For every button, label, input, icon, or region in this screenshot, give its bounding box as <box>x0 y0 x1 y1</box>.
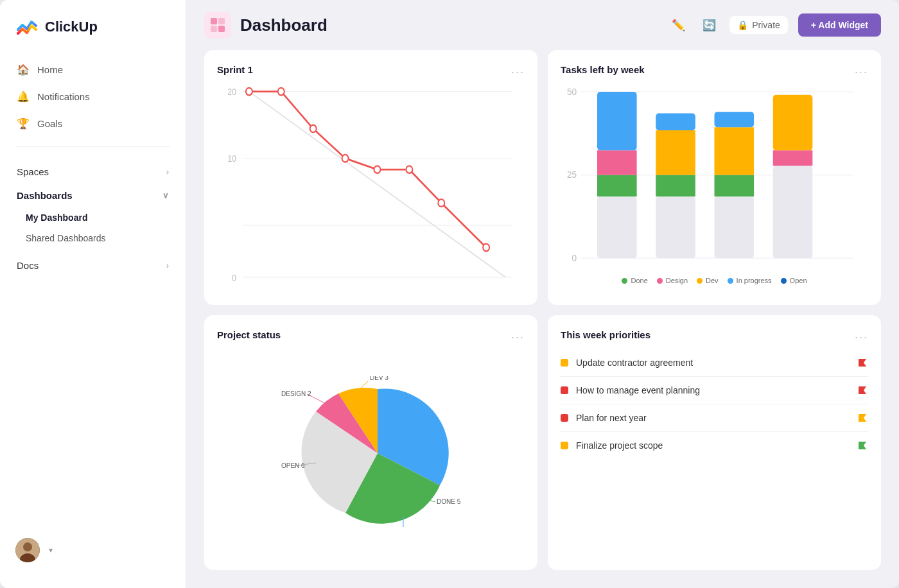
sidebar: ClickUp 🏠 Home 🔔 Notifications 🏆 Goals S… <box>0 0 186 588</box>
priorities-widget-menu[interactable]: ... <box>855 328 868 342</box>
priority-item-1[interactable]: Update contractor agreement <box>561 349 868 377</box>
priority-dot-4 <box>561 442 568 449</box>
header: Dashboard ✏️ 🔄 🔒 Private + Add Widget <box>186 0 899 50</box>
svg-rect-6 <box>218 26 225 32</box>
sidebar-item-dashboards-label: Dashboards <box>17 190 73 201</box>
svg-rect-30 <box>597 175 637 197</box>
svg-rect-4 <box>218 18 225 24</box>
legend-done: Done <box>622 277 647 284</box>
priorities-widget: This week priorities ... Update contract… <box>548 315 881 570</box>
svg-text:DONE 5: DONE 5 <box>437 498 461 505</box>
svg-rect-5 <box>211 26 217 32</box>
sidebar-divider <box>15 146 170 147</box>
legend-dev-label: Dev <box>706 277 719 284</box>
legend-design: Design <box>657 277 688 284</box>
edit-icon[interactable]: ✏️ <box>668 15 688 35</box>
tasks-widget-title: Tasks left by week <box>561 64 645 75</box>
sidebar-item-docs-label: Docs <box>17 260 39 271</box>
chevron-down-icon: ∨ <box>162 191 169 200</box>
sidebar-item-goals[interactable]: 🏆 Goals <box>8 110 178 136</box>
refresh-icon[interactable]: 🔄 <box>699 15 719 35</box>
priority-text-3: Plan for next year <box>576 413 849 423</box>
sidebar-item-dashboards[interactable]: Dashboards ∨ <box>8 184 178 207</box>
project-status-menu[interactable]: ... <box>511 328 525 342</box>
sprint-chart: 20 10 0 <box>217 84 525 292</box>
logo-text: ClickUp <box>45 19 98 35</box>
chevron-right-icon: › <box>166 167 169 177</box>
svg-text:50: 50 <box>567 86 577 96</box>
sprint-widget-title: Sprint 1 <box>217 64 253 75</box>
tasks-widget-menu[interactable]: ... <box>855 63 868 76</box>
sprint-widget: Sprint 1 ... 20 10 0 <box>204 50 537 305</box>
sidebar-item-goals-label: Goals <box>37 118 62 129</box>
user-avatar[interactable] <box>15 538 40 562</box>
svg-rect-31 <box>597 150 637 175</box>
avatar-chevron-icon: ▾ <box>49 546 53 555</box>
tasks-chart-legend: Done Design Dev In progress <box>561 277 868 284</box>
svg-text:10: 10 <box>228 154 236 164</box>
svg-text:OPEN 6: OPEN 6 <box>281 462 305 469</box>
svg-rect-41 <box>773 166 813 258</box>
dev-dot <box>697 278 703 284</box>
svg-rect-39 <box>715 127 755 175</box>
in-progress-dot <box>728 278 733 284</box>
sprint-widget-header: Sprint 1 ... <box>217 63 525 76</box>
sidebar-item-my-dashboard[interactable]: My Dashboard <box>8 207 178 228</box>
svg-rect-32 <box>597 92 637 150</box>
priority-item-4[interactable]: Finalize project scope <box>561 432 868 459</box>
priority-flag-1 <box>857 357 868 368</box>
sidebar-item-home-label: Home <box>37 64 63 75</box>
svg-rect-40 <box>715 112 755 127</box>
lock-icon: 🔒 <box>737 20 748 30</box>
svg-rect-35 <box>656 130 695 175</box>
svg-point-20 <box>406 166 412 173</box>
project-status-widget: Project status ... <box>204 315 537 570</box>
svg-point-18 <box>342 155 349 162</box>
priorities-widget-title: This week priorities <box>561 329 650 340</box>
priority-item-2[interactable]: How to manage event planning <box>561 377 868 404</box>
svg-rect-29 <box>597 196 637 258</box>
tasks-widget: Tasks left by week ... 50 25 0 <box>548 50 881 305</box>
private-label: Private <box>752 20 780 30</box>
tasks-bar-chart: 50 25 0 <box>561 84 868 269</box>
pie-chart-svg: DEV 3 DONE 5 IN PROGRESS 5 OPEN 6 DESIGN… <box>281 376 461 530</box>
svg-point-15 <box>246 88 252 96</box>
priorities-list: Update contractor agreement How to manag… <box>561 349 868 557</box>
sidebar-item-shared-dashboards[interactable]: Shared Dashboards <box>8 228 178 248</box>
priority-dot-3 <box>561 414 568 422</box>
sidebar-item-home[interactable]: 🏠 Home <box>8 56 178 82</box>
svg-rect-43 <box>773 95 813 150</box>
svg-text:20: 20 <box>228 87 236 98</box>
dashboard-grid: Sprint 1 ... 20 10 0 <box>186 50 899 588</box>
sidebar-item-spaces[interactable]: Spaces › <box>8 160 178 184</box>
priority-flag-4 <box>857 440 868 451</box>
sidebar-item-notifications[interactable]: 🔔 Notifications <box>8 83 178 109</box>
sidebar-nav: 🏠 Home 🔔 Notifications 🏆 Goals <box>0 56 186 136</box>
private-badge[interactable]: 🔒 Private <box>729 16 788 34</box>
sidebar-item-notifications-label: Notifications <box>37 91 90 102</box>
open-dot <box>781 278 787 284</box>
sprint-line-chart: 20 10 0 <box>217 84 525 292</box>
add-widget-button[interactable]: + Add Widget <box>798 13 881 37</box>
header-left: Dashboard <box>204 12 327 39</box>
priority-item-3[interactable]: Plan for next year <box>561 404 868 432</box>
svg-point-21 <box>438 199 444 207</box>
svg-text:0: 0 <box>572 253 577 263</box>
sprint-widget-menu[interactable]: ... <box>511 63 525 76</box>
trophy-icon: 🏆 <box>17 117 30 130</box>
design-dot <box>657 278 663 284</box>
svg-point-19 <box>374 166 380 173</box>
svg-rect-33 <box>656 196 695 258</box>
svg-point-17 <box>310 125 317 133</box>
sidebar-item-docs[interactable]: Docs › <box>8 254 178 277</box>
chevron-right-icon-docs: › <box>166 261 169 270</box>
svg-point-1 <box>23 542 32 551</box>
svg-rect-37 <box>715 196 755 258</box>
sidebar-bottom: ▾ <box>0 528 186 573</box>
clickup-logo-icon <box>15 15 39 39</box>
priority-dot-2 <box>561 386 568 394</box>
svg-text:25: 25 <box>567 169 577 180</box>
svg-text:IN PROGRESS 5: IN PROGRESS 5 <box>390 530 441 530</box>
svg-rect-36 <box>656 114 695 130</box>
done-dot <box>622 278 627 284</box>
